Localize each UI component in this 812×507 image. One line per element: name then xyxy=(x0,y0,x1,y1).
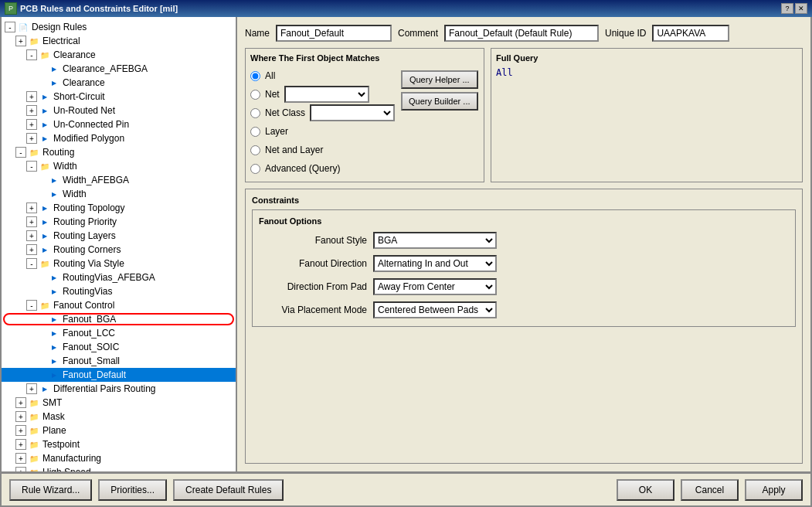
cancel-button[interactable]: Cancel xyxy=(681,479,739,501)
tree-item-fanout-lcc[interactable]: ▶Fanout_LCC xyxy=(2,326,236,340)
tree-item-manufacturing[interactable]: +📁Manufacturing xyxy=(2,451,236,465)
tree-item-plane[interactable]: +📁Plane xyxy=(2,424,236,437)
tree-label-routing-via-style: Routing Via Style xyxy=(53,258,124,269)
netclass-select[interactable] xyxy=(310,104,395,121)
tree-expand-routing-via-style[interactable]: - xyxy=(26,258,37,269)
tree-icon-diff-pairs-routing: ▶ xyxy=(39,383,51,394)
tree-icon-routing-vias-afebga: ▶ xyxy=(48,272,60,283)
tree-item-electrical[interactable]: +📁Electrical xyxy=(2,34,236,48)
fanout-direction-row: Fanout Direction Alternating In and Out xyxy=(259,254,789,274)
bottom-right-buttons: OK Cancel Apply xyxy=(617,479,803,501)
tree-item-short-circuit[interactable]: +▶Short-Circuit xyxy=(2,90,236,104)
tree-item-routing-topology[interactable]: +▶Routing Topology xyxy=(2,201,236,215)
radio-layer[interactable]: Layer xyxy=(250,123,395,140)
where-match-title: Where The First Object Matches xyxy=(250,53,479,63)
fanout-direction-label: Fanout Direction xyxy=(259,258,367,269)
tree-expand-un-routed-net[interactable]: + xyxy=(26,105,37,116)
tree-expand-clearance-group[interactable]: - xyxy=(26,49,37,60)
tree-item-routing-priority[interactable]: +▶Routing Priority xyxy=(2,215,236,229)
tree-item-routing-vias-afebga[interactable]: ▶RoutingVias_AFEBGA xyxy=(2,271,236,284)
radio-all[interactable]: All xyxy=(250,67,395,84)
tree-label-un-routed-net: Un-Routed Net xyxy=(53,105,115,116)
tree-expand-fanout-control[interactable]: - xyxy=(26,300,37,311)
fanout-style-label: Fanout Style xyxy=(259,235,367,246)
priorities-button[interactable]: Priorities... xyxy=(98,479,167,501)
rule-wizard-button[interactable]: Rule Wizard... xyxy=(9,479,92,501)
tree-item-high-speed[interactable]: +📁High Speed xyxy=(2,465,236,471)
tree-label-fanout-control: Fanout Control xyxy=(53,300,114,311)
query-helper-button[interactable]: Query Helper ... xyxy=(401,70,477,89)
radio-netclass[interactable]: Net Class xyxy=(250,104,395,121)
tree-expand-routing-priority[interactable]: + xyxy=(26,216,37,227)
tree-expand-width[interactable]: - xyxy=(26,161,37,172)
tree-item-mask[interactable]: +📁Mask xyxy=(2,410,236,424)
tree-expand-short-circuit[interactable]: + xyxy=(26,91,37,102)
tree-expand-smt[interactable]: + xyxy=(15,397,26,408)
tree-item-routing[interactable]: -📁Routing xyxy=(2,145,236,159)
tree-item-diff-pairs-routing[interactable]: +▶Differential Pairs Routing xyxy=(2,382,236,396)
tree-item-un-routed-net[interactable]: +▶Un-Routed Net xyxy=(2,104,236,117)
tree-item-routing-via-style[interactable]: -📁Routing Via Style xyxy=(2,257,236,271)
radio-net[interactable]: Net xyxy=(250,86,395,103)
tree-icon-smt: 📁 xyxy=(28,397,40,408)
tree-expand-modified-polygon[interactable]: + xyxy=(26,133,37,144)
tree-item-routing-corners[interactable]: +▶Routing Corners xyxy=(2,243,236,257)
tree-item-modified-polygon[interactable]: +▶Modified Polygon xyxy=(2,131,236,145)
direction-from-pad-select[interactable]: Away From Center xyxy=(373,278,497,295)
tree-expand-plane[interactable]: + xyxy=(15,425,26,436)
net-select[interactable] xyxy=(284,86,369,103)
radio-advanced[interactable]: Advanced (Query) xyxy=(250,160,395,177)
close-button[interactable]: ✕ xyxy=(795,3,807,14)
title-bar-left: P PCB Rules and Constraints Editor [mil] xyxy=(5,2,178,15)
tree-item-routing-layers[interactable]: +▶Routing Layers xyxy=(2,229,236,243)
tree-icon-testpoint: 📁 xyxy=(28,439,40,450)
radio-netandlayer[interactable]: Net and Layer xyxy=(250,141,395,158)
tree-expand-design-rules[interactable]: - xyxy=(5,22,15,32)
tree-item-routing-vias-leaf[interactable]: ▶RoutingVias xyxy=(2,284,236,298)
tree-label-testpoint: Testpoint xyxy=(42,439,80,450)
tree-expand-mask[interactable]: + xyxy=(15,411,26,422)
tree-item-smt[interactable]: +📁SMT xyxy=(2,396,236,410)
tree-item-fanout-soic[interactable]: ▶Fanout_SOIC xyxy=(2,340,236,354)
tree-item-un-connected-pin[interactable]: +▶Un-Connected Pin xyxy=(2,117,236,131)
tree-expand-high-speed[interactable]: + xyxy=(15,467,26,471)
tree-item-fanout-control[interactable]: -📁Fanout Control xyxy=(2,298,236,312)
tree-item-width-afebga[interactable]: ▶Width_AFEBGA xyxy=(2,173,236,187)
tree-item-fanout-default[interactable]: ▶Fanout_Default xyxy=(2,368,236,382)
fanout-style-select[interactable]: BGA xyxy=(373,232,497,249)
apply-button[interactable]: Apply xyxy=(745,479,803,501)
tree-icon-clearance-afebga: ▶ xyxy=(48,63,60,74)
tree-item-clearance-afebga[interactable]: ▶Clearance_AFEBGA xyxy=(2,62,236,76)
tree-expand-routing-layers[interactable]: + xyxy=(26,230,37,241)
tree-label-fanout-small: Fanout_Small xyxy=(63,356,120,366)
tree-label-routing-vias-leaf: RoutingVias xyxy=(63,286,113,297)
query-builder-button[interactable]: Query Builder ... xyxy=(401,92,477,111)
name-input[interactable] xyxy=(276,25,392,42)
via-placement-select[interactable]: Centered Between Pads xyxy=(373,301,497,318)
tree-expand-routing-corners[interactable]: + xyxy=(26,244,37,255)
tree-expand-manufacturing[interactable]: + xyxy=(15,453,26,464)
via-placement-label: Via Placement Mode xyxy=(259,305,367,315)
tree-item-fanout-small[interactable]: ▶Fanout_Small xyxy=(2,354,236,368)
window-controls: ? ✕ xyxy=(781,3,807,14)
tree-expand-electrical[interactable]: + xyxy=(15,36,26,46)
uniqueid-label: Unique ID xyxy=(605,28,646,39)
tree-expand-routing-topology[interactable]: + xyxy=(26,202,37,213)
create-default-rules-button[interactable]: Create Default Rules xyxy=(173,479,284,501)
uniqueid-input[interactable] xyxy=(652,25,729,42)
tree-expand-routing[interactable]: - xyxy=(15,147,26,158)
fanout-direction-select[interactable]: Alternating In and Out xyxy=(373,255,497,272)
tree-item-design-rules[interactable]: -📄Design Rules xyxy=(2,20,236,34)
tree-item-width-leaf[interactable]: ▶Width xyxy=(2,187,236,201)
tree-item-testpoint[interactable]: +📁Testpoint xyxy=(2,437,236,451)
tree-item-clearance-group[interactable]: -📁Clearance xyxy=(2,48,236,62)
tree-expand-diff-pairs-routing[interactable]: + xyxy=(26,383,37,394)
tree-item-width[interactable]: -📁Width xyxy=(2,159,236,173)
tree-expand-testpoint[interactable]: + xyxy=(15,439,26,450)
help-button[interactable]: ? xyxy=(781,3,793,14)
comment-input[interactable] xyxy=(444,25,599,42)
tree-item-fanout-bga[interactable]: ▶Fanout_BGA xyxy=(2,312,236,326)
tree-item-clearance-leaf[interactable]: ▶Clearance xyxy=(2,76,236,90)
tree-expand-un-connected-pin[interactable]: + xyxy=(26,119,37,130)
ok-button[interactable]: OK xyxy=(617,479,674,501)
